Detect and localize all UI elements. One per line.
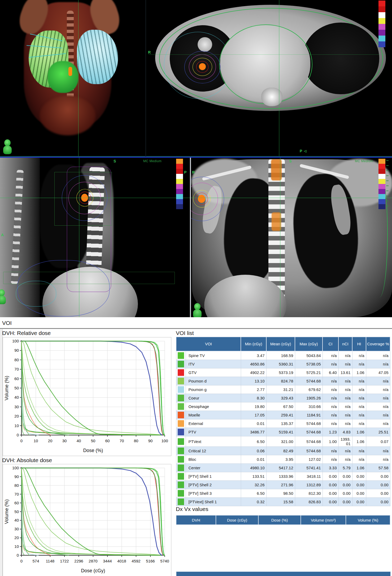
fiducial-marker [68, 67, 72, 76]
dose-legend-value: 5400 [184, 159, 190, 164]
voi-row[interactable]: [PTV] Shell 36.5098.50812.300.000.000.00… [176, 489, 390, 498]
voi-row[interactable]: Moelle17.05259.411184.91n/an/an/an/a [176, 411, 390, 419]
svg-text:20: 20 [14, 414, 19, 418]
voi-col-header[interactable]: Mean (cGy) [266, 337, 295, 351]
viewport-coronal-ct[interactable]: S MC Medium R [191, 158, 392, 317]
voi-value: 824.78 [266, 377, 295, 385]
voi-value: 0.00 [366, 498, 390, 506]
voi-row[interactable]: Center4980.105417.125741.413.335.791.065… [176, 464, 390, 472]
voi-value: n/a [338, 360, 352, 368]
voi-col-header[interactable]: CI [323, 337, 338, 351]
viewport-sagittal-ct[interactable]: S MC Medium 5400630056704410378031502520… [0, 158, 190, 317]
voi-value: 259.41 [266, 411, 295, 419]
viewport-axial-ct[interactable]: R P ◁ [146, 0, 392, 157]
dx-col-header[interactable]: Dose (%) [258, 515, 301, 525]
belly-render [40, 96, 95, 135]
crosshair-vertical[interactable] [78, 0, 79, 156]
voi-value: 67.50 [266, 402, 295, 411]
dose-color-swatch [176, 159, 183, 164]
left-panel-rail[interactable] [0, 329, 3, 576]
crosshair-horizontal[interactable] [191, 198, 392, 198]
voi-row[interactable]: GTV4902.225373.195725.216.4013.611.0647.… [176, 368, 390, 377]
voi-col-header[interactable]: HI [352, 337, 366, 351]
voi-value: 5373.19 [266, 368, 295, 377]
voi-name: Coeur [186, 394, 241, 402]
svg-text:4592: 4592 [132, 559, 140, 563]
voi-value: 5360.31 [266, 360, 295, 368]
voi-row[interactable]: Bloc0.013.95127.02n/an/an/an/a [176, 455, 390, 464]
voi-value: n/a [352, 351, 366, 360]
svg-text:60: 60 [14, 376, 19, 381]
svg-text:70: 70 [14, 492, 19, 496]
voi-value: 3.95 [266, 455, 295, 464]
voi-col-header[interactable]: nCI [338, 337, 352, 351]
voi-value: 2.77 [241, 385, 266, 394]
orientation-marker-right: R [192, 170, 195, 174]
svg-text:2296: 2296 [74, 559, 83, 563]
absolute-dvh-panel: 0574114817222296287034444018459251665740… [3, 464, 171, 576]
crosshair-horizontal[interactable] [0, 198, 190, 198]
dose-color-swatch [378, 194, 385, 199]
voi-value: n/a [352, 385, 366, 394]
voi-value: 4650.86 [241, 360, 266, 368]
svg-text:20: 20 [14, 535, 19, 540]
voi-row[interactable]: Spine TV3.47168.595043.84n/an/an/an/a [176, 351, 390, 360]
voi-row[interactable]: Poumon g2.7731.21679.62n/an/an/an/a [176, 385, 390, 394]
voi-col-header[interactable]: VOI [176, 337, 241, 351]
voi-value: 0.00 [352, 498, 366, 506]
svg-text:100: 100 [161, 439, 168, 443]
lung-right-ribs [77, 30, 118, 84]
dose-legend-ticks [386, 159, 389, 206]
voi-row[interactable]: Poumon d13.10824.785744.68n/an/an/an/a [176, 377, 390, 385]
patient-orientation-icon [193, 303, 202, 317]
svg-text:0: 0 [20, 439, 23, 443]
dose-color-swatch [176, 199, 183, 204]
voi-row[interactable]: PTV3486.775159.415744.681.234.831.0625.5… [176, 428, 390, 436]
voi-row[interactable]: Oesophage19.8067.50310.66n/an/an/an/a [176, 402, 390, 411]
voi-col-header[interactable]: Coverage % [366, 337, 390, 351]
voi-value: 679.62 [295, 385, 323, 394]
voi-value: 321.00 [266, 436, 295, 447]
voi-row[interactable]: External0.01135.375744.68n/an/an/an/a [176, 419, 390, 428]
voi-row[interactable]: PTVext6.50321.005744.681.001393.011.060.… [176, 436, 390, 447]
dose-color-swatch [176, 174, 183, 179]
voi-row[interactable]: Coeur8.30329.431905.26n/an/an/an/a [176, 394, 390, 402]
voi-value: 812.30 [295, 489, 323, 498]
dx-col-header[interactable]: Volume (mm³) [301, 515, 346, 525]
voi-name: Oesophage [186, 402, 241, 411]
voi-row[interactable]: [PTV] Shell 232.26271.961312.890.000.000… [176, 481, 390, 489]
tumor-structure [48, 61, 78, 93]
crosshair-horizontal[interactable] [149, 54, 386, 55]
dx-col-header[interactable]: Dose (cGy) [216, 515, 258, 525]
crosshair-vertical[interactable] [79, 158, 79, 317]
dx-vx-table: DVHDose (cGy)Dose (%)Volume (mm³)Volume … [176, 515, 390, 525]
crosshair-vertical[interactable] [279, 0, 279, 156]
dx-col-header[interactable]: Volume (%) [346, 515, 390, 525]
voi-col-header[interactable]: Min (cGy) [241, 337, 266, 351]
dose-color-swatch [378, 36, 385, 41]
cord-marker-orange [272, 212, 281, 231]
voi-row[interactable]: [PTV] Shell 1133.511333.963418.110.000.0… [176, 472, 390, 481]
viewport-divider-vertical-top[interactable] [145, 0, 146, 157]
voi-value: 5043.84 [295, 351, 323, 360]
voi-col-header[interactable]: Max (cGy) [295, 337, 323, 351]
voi-value: 47.05 [366, 368, 390, 377]
voi-row[interactable]: [PTVext] Shell 10.3215.58826.830.000.000… [176, 498, 390, 506]
svg-text:0: 0 [17, 433, 19, 437]
voi-value: n/a [366, 377, 390, 385]
voi-row[interactable]: Critical 120.0682.495744.68n/an/an/an/a [176, 447, 390, 455]
viewport-3d-render[interactable] [0, 0, 145, 157]
voi-value: n/a [323, 411, 338, 419]
voi-value: n/a [366, 360, 390, 368]
svg-text:50: 50 [14, 386, 19, 390]
svg-text:30: 30 [14, 527, 19, 531]
lung-right-axial [302, 23, 379, 94]
voi-value: n/a [323, 385, 338, 394]
voi-value: 5738.05 [295, 360, 323, 368]
dx-col-header[interactable]: DVH [176, 515, 216, 525]
voi-value: 17.05 [241, 411, 266, 419]
crosshair-vertical[interactable] [280, 158, 280, 317]
voi-row[interactable]: ITV4650.865360.315738.05n/an/an/an/a [176, 360, 390, 368]
voi-name: PTVext [186, 436, 241, 447]
svg-text:40: 40 [77, 439, 81, 443]
